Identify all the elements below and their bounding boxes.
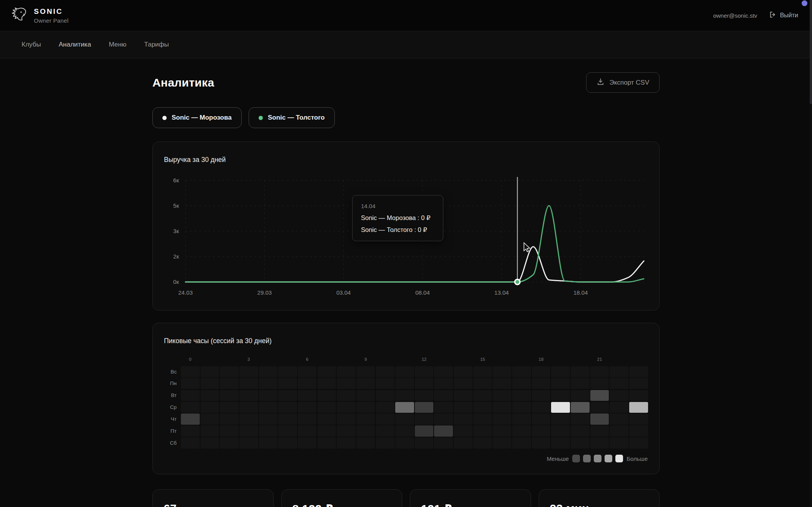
heatmap-cell-Чт-22 bbox=[610, 414, 628, 425]
hour-label: 9 bbox=[364, 357, 367, 362]
heatmap-cell-Пн-2 bbox=[220, 378, 239, 389]
x-axis-tick: 24.03 bbox=[178, 289, 193, 296]
heatmap-cell-Пн-16 bbox=[493, 378, 511, 389]
logout-button[interactable]: Выйти bbox=[769, 11, 798, 20]
heatmap-cell-Сб-14 bbox=[454, 437, 473, 449]
heatmap-cell-Сб-23 bbox=[629, 437, 648, 449]
heatmap-cell-Вс-0 bbox=[181, 366, 200, 377]
heatmap-cell-Сб-1 bbox=[200, 437, 219, 449]
hour-label: 6 bbox=[306, 357, 308, 362]
heatmap-cell-Ср-21 bbox=[590, 402, 609, 413]
heatmap-cell-Пт-20 bbox=[571, 425, 590, 437]
heatmap-cell-Ср-14 bbox=[454, 402, 473, 413]
club-chip-1[interactable]: Sonic — Толстого bbox=[249, 107, 335, 128]
chip-label: Sonic — Толстого bbox=[268, 114, 325, 122]
scrollbar-track[interactable] bbox=[810, 0, 812, 507]
tooltip-series-tolstogo: Sonic — Толстого : 0 ₽ bbox=[361, 226, 434, 233]
hour-label: 18 bbox=[539, 357, 544, 362]
scrollbar-thumb[interactable] bbox=[810, 0, 812, 104]
nav-item-2[interactable]: Меню bbox=[109, 41, 127, 48]
heatmap-cell-Сб-19 bbox=[551, 437, 570, 449]
heatmap-cell-Сб-22 bbox=[610, 437, 628, 449]
nav-item-0[interactable]: Клубы bbox=[22, 41, 41, 48]
brand: SONIC Owner Panel bbox=[12, 6, 69, 25]
y-axis-tick: 3к bbox=[173, 228, 179, 234]
heatmap-cell-Сб-20 bbox=[571, 437, 590, 449]
export-csv-button[interactable]: Экспорт CSV bbox=[586, 72, 660, 93]
brand-subtitle: Owner Panel bbox=[34, 17, 69, 24]
y-axis-tick: 0к bbox=[173, 279, 179, 285]
heatmap-cell-Ср-22 bbox=[610, 402, 628, 413]
heatmap-cell-Вс-2 bbox=[220, 366, 239, 377]
heatmap-cell-Чт-5 bbox=[278, 414, 297, 425]
series-line-0 bbox=[185, 247, 644, 282]
heatmap-cell-Вс-9 bbox=[356, 366, 375, 377]
heatmap-cell-Сб-7 bbox=[317, 437, 336, 449]
heatmap-cell-Вс-15 bbox=[473, 366, 492, 377]
heatmap-cell-Сб-8 bbox=[337, 437, 356, 449]
heatmap-cell-Чт-21 bbox=[590, 414, 609, 425]
nav-item-3[interactable]: Тарифы bbox=[144, 41, 169, 48]
y-axis-tick: 6к bbox=[173, 177, 179, 183]
peak-hours-title: Пиковые часы (сессий за 30 дней) bbox=[164, 337, 272, 345]
heatmap-cell-Вт-10 bbox=[376, 390, 395, 401]
heatmap-cell-Пн-7 bbox=[317, 378, 336, 389]
club-chip-0[interactable]: Sonic — Морозова bbox=[152, 107, 242, 128]
x-axis-tick: 29.03 bbox=[257, 289, 272, 296]
heatmap-cell-Чт-12 bbox=[415, 414, 434, 425]
heatmap-cell-Сб-17 bbox=[512, 437, 531, 449]
heatmap-cell-Пн-8 bbox=[337, 378, 356, 389]
heatmap-cell-Пн-21 bbox=[590, 378, 609, 389]
heatmap-cell-Вт-5 bbox=[278, 390, 297, 401]
heatmap-cell-Пт-3 bbox=[239, 425, 258, 437]
heatmap-cell-Пт-18 bbox=[532, 425, 551, 437]
day-label-Вс: Вс bbox=[153, 369, 177, 375]
heatmap-cell-Сб-16 bbox=[493, 437, 511, 449]
heatmap-cell-Чт-1 bbox=[200, 414, 219, 425]
heatmap-cell-Пт-14 bbox=[454, 425, 473, 437]
heatmap-cell-Пн-18 bbox=[532, 378, 551, 389]
heatmap-cell-Чт-13 bbox=[434, 414, 453, 425]
heatmap-cell-Пт-15 bbox=[473, 425, 492, 437]
heatmap-cell-Сб-15 bbox=[473, 437, 492, 449]
heatmap-cell-Пт-13 bbox=[434, 425, 453, 437]
heatmap-cell-Вт-6 bbox=[298, 390, 317, 401]
heatmap-cell-Вс-12 bbox=[415, 366, 434, 377]
heatmap-cell-Пн-13 bbox=[434, 378, 453, 389]
x-axis-tick: 03.04 bbox=[336, 289, 351, 296]
heatmap-cell-Ср-4 bbox=[259, 402, 278, 413]
hover-marker-inner bbox=[515, 280, 519, 284]
heatmap-cell-Ср-9 bbox=[356, 402, 375, 413]
stat-value: 67 bbox=[164, 502, 262, 507]
x-axis-tick: 13.04 bbox=[495, 289, 509, 296]
heatmap-cell-Пт-9 bbox=[356, 425, 375, 437]
download-icon bbox=[596, 78, 605, 88]
heatmap-cell-Вт-17 bbox=[512, 390, 531, 401]
heatmap-cell-Чт-20 bbox=[571, 414, 590, 425]
heatmap-cell-Пт-12 bbox=[415, 425, 434, 437]
logout-arrow-icon bbox=[769, 11, 777, 20]
heatmap-cell-Вс-20 bbox=[571, 366, 590, 377]
heatmap-cell-Ср-23 bbox=[629, 402, 648, 413]
heatmap-cell-Вс-5 bbox=[278, 366, 297, 377]
heatmap-cell-Ср-1 bbox=[200, 402, 219, 413]
heatmap-cell-Вт-1 bbox=[200, 390, 219, 401]
day-label-Чт: Чт bbox=[153, 416, 177, 422]
stats-row: 678 122 ₽121 ₽23 мин bbox=[152, 489, 660, 507]
heatmap-cell-Пт-17 bbox=[512, 425, 531, 437]
heatmap-cell-Пт-16 bbox=[493, 425, 511, 437]
heatmap-cell-Чт-23 bbox=[629, 414, 648, 425]
heatmap-cell-Чт-10 bbox=[376, 414, 395, 425]
mouse-cursor-icon bbox=[524, 243, 530, 252]
heatmap-cell-Пт-23 bbox=[629, 425, 648, 437]
hour-label: 15 bbox=[480, 357, 485, 362]
heatmap-cell-Ср-15 bbox=[473, 402, 492, 413]
nav-item-1[interactable]: Аналитика bbox=[58, 41, 91, 48]
hour-label: 3 bbox=[247, 357, 250, 362]
day-label-Сб: Сб bbox=[153, 440, 177, 446]
heatmap-cell-Пн-4 bbox=[259, 378, 278, 389]
heatmap-cell-Вт-2 bbox=[220, 390, 239, 401]
heatmap-cell-Пн-14 bbox=[454, 378, 473, 389]
heatmap-cell-Сб-0 bbox=[181, 437, 200, 449]
heatmap-cell-Вт-0 bbox=[181, 390, 200, 401]
